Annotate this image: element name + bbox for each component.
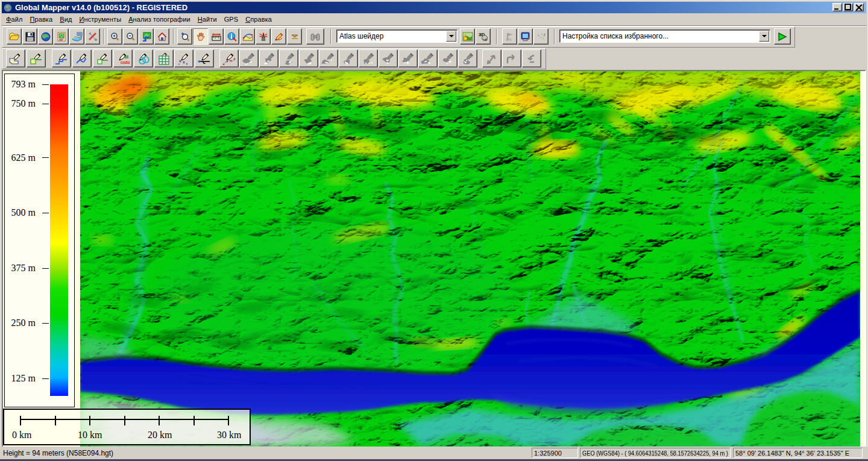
svg-text:36: 36 [124, 55, 129, 59]
svg-text:GPS: GPS [506, 39, 512, 42]
svg-text:codo: codo [121, 60, 130, 64]
